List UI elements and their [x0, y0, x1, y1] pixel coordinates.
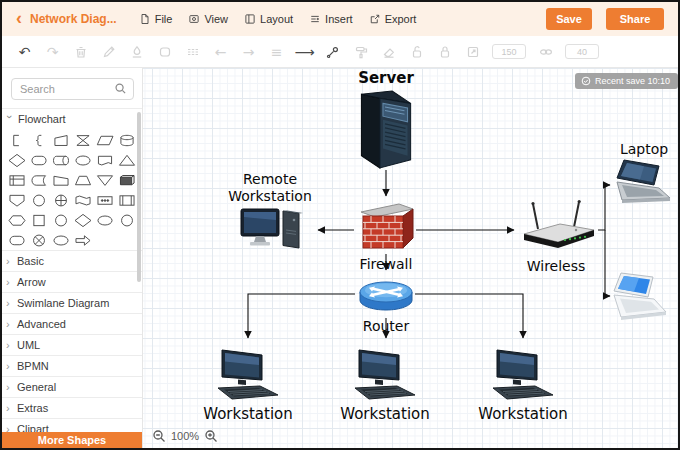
shape-circleplus[interactable]: [50, 190, 72, 210]
delete-icon[interactable]: [72, 43, 89, 60]
shape-oval[interactable]: [94, 210, 116, 230]
shape-circle[interactable]: [28, 190, 50, 210]
shape-term[interactable]: [28, 150, 50, 170]
redo-icon[interactable]: ↷: [44, 43, 61, 60]
shape-cyl[interactable]: [116, 130, 138, 150]
category-list: ›Basic›Arrow›Swimlane Diagram›Advanced›U…: [2, 250, 142, 439]
menu-export-label: Export: [385, 13, 417, 25]
shape-doc[interactable]: [94, 150, 116, 170]
zoom-out-icon[interactable]: [152, 429, 166, 443]
server-icon[interactable]: [349, 88, 421, 170]
shape-lbrace[interactable]: [28, 130, 50, 150]
eraser-icon[interactable]: [380, 43, 397, 60]
zoom-controls: 100%: [152, 429, 218, 443]
format-painter-icon[interactable]: [352, 43, 369, 60]
menu-view[interactable]: View: [188, 13, 228, 25]
export-icon: [369, 13, 381, 25]
router-icon[interactable]: [356, 274, 416, 318]
wireless-label: Wireless: [506, 258, 606, 275]
shape-dotsrect[interactable]: [94, 190, 116, 210]
shape-term[interactable]: [6, 230, 28, 250]
shape-tridown[interactable]: [94, 170, 116, 190]
more-shapes-button[interactable]: More Shapes: [2, 432, 142, 448]
shape-trap[interactable]: [72, 170, 94, 190]
workstation1-icon[interactable]: [216, 346, 280, 402]
wireless-router-icon[interactable]: [518, 198, 598, 254]
server-label: Server: [336, 69, 436, 87]
shape-oval[interactable]: [72, 150, 94, 170]
workstation2-icon[interactable]: [353, 346, 417, 402]
zoom-in-icon[interactable]: [204, 429, 218, 443]
menu-layout[interactable]: Layout: [244, 13, 293, 25]
lock-icon[interactable]: [436, 43, 453, 60]
line-weight-icon[interactable]: ≡: [268, 43, 285, 60]
category-swimlane-diagram[interactable]: ›Swimlane Diagram: [2, 292, 142, 313]
edge-wireless-laptop-top[interactable]: [598, 185, 610, 230]
category-extras[interactable]: ›Extras: [2, 397, 142, 418]
section-flowchart[interactable]: › Flowchart: [2, 110, 142, 128]
firewall-icon[interactable]: [355, 200, 417, 252]
fit-size-icon[interactable]: [464, 43, 481, 60]
edit-style-icon[interactable]: [100, 43, 117, 60]
laptop-icon[interactable]: [614, 158, 672, 208]
laptop2-icon[interactable]: [612, 270, 670, 322]
shape-box3d[interactable]: [116, 170, 138, 190]
document-title[interactable]: Network Diag...: [30, 12, 117, 26]
shape-oval[interactable]: [50, 230, 72, 250]
fill-color-icon[interactable]: [128, 43, 145, 60]
shape-stored[interactable]: [28, 170, 50, 190]
shape-diamond[interactable]: [72, 210, 94, 230]
menu-export[interactable]: Export: [369, 13, 417, 25]
save-button[interactable]: Save: [546, 8, 592, 30]
shape-diamond[interactable]: [6, 150, 28, 170]
shape-tri[interactable]: [116, 150, 138, 170]
connection-arrow-icon[interactable]: ⟶: [296, 43, 313, 60]
menu-file[interactable]: File: [139, 13, 173, 25]
view-icon: [188, 13, 200, 25]
shape-offpage[interactable]: [6, 190, 28, 210]
arrow-end-icon[interactable]: →: [240, 43, 257, 60]
category-arrow[interactable]: ›Arrow: [2, 271, 142, 292]
back-icon[interactable]: ‹: [16, 8, 22, 29]
line-style-icon[interactable]: [184, 43, 201, 60]
diagram-canvas[interactable]: Server Remote Workstation Firewall Wirel…: [143, 68, 678, 448]
chevron-right-icon: ›: [6, 297, 13, 309]
shape-style-icon[interactable]: [156, 43, 173, 60]
shape-circle[interactable]: [116, 210, 138, 230]
shape-square[interactable]: [28, 210, 50, 230]
zoom-level: 100%: [171, 430, 199, 442]
shape-circle[interactable]: [50, 210, 72, 230]
menu-insert[interactable]: Insert: [309, 13, 353, 25]
category-basic[interactable]: ›Basic: [2, 250, 142, 271]
shape-arrow[interactable]: [72, 230, 94, 250]
shape-hex[interactable]: [6, 210, 28, 230]
shape-para[interactable]: [94, 130, 116, 150]
connector-pen-icon[interactable]: [324, 43, 341, 60]
shape-flag[interactable]: [72, 190, 94, 210]
category-bpmn[interactable]: ›BPMN: [2, 355, 142, 376]
shape-lbracket[interactable]: [6, 130, 28, 150]
category-advanced[interactable]: ›Advanced: [2, 313, 142, 334]
firewall-label: Firewall: [336, 256, 436, 273]
category-uml[interactable]: ›UML: [2, 334, 142, 355]
category-general[interactable]: ›General: [2, 376, 142, 397]
share-button[interactable]: Share: [606, 8, 664, 30]
shape-circlex[interactable]: [28, 230, 50, 250]
width-input[interactable]: 150: [492, 44, 526, 59]
shape-card[interactable]: [50, 130, 72, 150]
shape-predef[interactable]: [116, 190, 138, 210]
sidebar-scrollbar[interactable]: [137, 112, 141, 282]
unlock-icon[interactable]: [408, 43, 425, 60]
shape-quad[interactable]: [50, 170, 72, 190]
link-icon[interactable]: [537, 43, 554, 60]
remote-workstation-icon[interactable]: [238, 206, 312, 252]
insert-icon: [309, 13, 321, 25]
undo-icon[interactable]: ↶: [16, 43, 33, 60]
arrow-start-icon[interactable]: ←: [212, 43, 229, 60]
shape-collate[interactable]: [72, 130, 94, 150]
height-input[interactable]: 40: [565, 44, 599, 59]
menu-insert-label: Insert: [325, 13, 353, 25]
shape-istore[interactable]: [6, 170, 28, 190]
shape-hcyl[interactable]: [50, 150, 72, 170]
workstation3-icon[interactable]: [491, 346, 555, 402]
